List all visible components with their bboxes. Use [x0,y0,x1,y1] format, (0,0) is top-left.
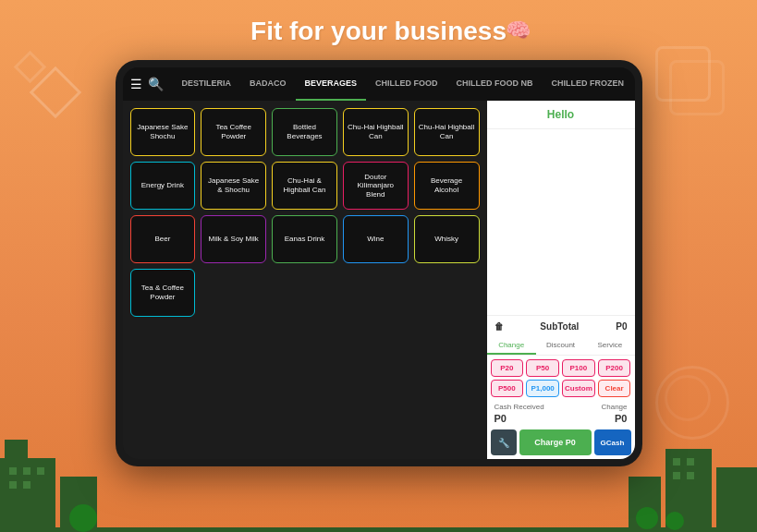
product-item[interactable]: Beverage Alcohol [414,162,480,210]
cash-received-label: Cash Received [494,403,544,411]
pos-cash-info: Cash Received Change [487,401,635,413]
main-content: Japanese Sake Shochu Tea Coffee Powder B… [123,101,635,459]
amount-custom[interactable]: Custom [562,380,595,397]
product-item[interactable]: Wine [343,215,409,263]
products-panel: Japanese Sake Shochu Tea Coffee Powder B… [123,101,487,459]
svg-point-17 [636,507,658,529]
tab-chilled-food[interactable]: CHILLED FOOD [366,67,447,101]
nav-tabs: DESTILERIA BADACO BEVERAGES CHILLED FOOD… [173,67,634,101]
product-item[interactable]: Whisky [414,215,480,263]
product-item[interactable]: Bottled Beverages [272,108,337,156]
product-item[interactable]: Chu-Hai Highball Can [414,108,480,156]
tab-badaco[interactable]: BADACO [240,67,296,101]
pos-quick-amounts: P20 P50 P100 P200 P500 P1,000 Custom Cle… [487,356,635,401]
tab-chilled-frozen[interactable]: CHILLED FROZEN [543,67,634,101]
product-item[interactable]: Eanas Drink [272,215,337,263]
amount-clear[interactable]: Clear [598,380,631,397]
pos-order-area [487,129,635,315]
tab-beverages[interactable]: BEVERAGES [296,67,367,101]
amount-p100[interactable]: P100 [562,359,595,377]
tab-service[interactable]: Service [585,337,634,355]
amount-p200[interactable]: P200 [598,359,631,377]
charge-button[interactable]: Charge P0 [519,429,592,455]
change-value: P0 [615,413,627,424]
pos-subtotal: 🗑 SubTotal P0 [487,315,635,337]
tab-destileria[interactable]: DESTILERIA [173,67,241,101]
svg-rect-13 [673,472,680,479]
header-title: Fit for your business [250,17,507,45]
product-item[interactable]: Japanese Sake & Shochu [201,162,266,210]
page-header: Fit for your business [0,17,757,46]
pos-actions: 🔧 Charge P0 GCash [487,426,635,459]
cash-received-value: P0 [494,413,507,424]
trash-icon[interactable]: 🗑 [494,321,504,332]
amount-p1000[interactable]: P1,000 [526,380,559,397]
svg-point-16 [69,504,97,532]
svg-rect-11 [673,458,680,466]
svg-point-18 [665,512,684,530]
amount-p500[interactable]: P500 [491,380,524,397]
product-item[interactable]: Tea & Coffee Powder [130,269,196,317]
pos-cash-values: P0 P0 [487,413,635,426]
svg-rect-9 [716,467,757,532]
product-item[interactable]: Chu-Hai & Highball Can [272,162,337,210]
change-label: Change [601,403,627,411]
svg-rect-4 [23,467,31,475]
gcash-button[interactable]: GCash [594,429,631,455]
product-item[interactable]: Chu-Hai Highball Can [343,108,409,156]
product-item[interactable]: Milk & Soy Milk [201,215,266,263]
product-item[interactable]: Tea Coffee Powder [201,108,266,156]
tab-chilled-food-nb[interactable]: CHILLED FOOD NB [447,67,543,101]
product-item[interactable]: Energy Drink [130,162,196,210]
product-item[interactable]: Beer [130,215,196,263]
svg-rect-3 [9,467,17,475]
amount-p50[interactable]: P50 [526,359,559,377]
pos-tabs: Change Discount Service [487,337,635,356]
svg-rect-6 [9,481,17,489]
svg-rect-2 [5,440,28,458]
svg-rect-7 [23,481,31,489]
search-icon[interactable]: 🔍 [148,77,164,91]
tablet-screen: ☰ 🔍 DESTILERIA BADACO BEVERAGES CHILLED … [123,67,635,459]
pos-panel: Hello 🗑 SubTotal P0 Change Discount Serv… [487,101,635,459]
svg-rect-12 [687,458,694,466]
product-item[interactable]: Japanese Sake Shochu [130,108,196,156]
svg-rect-5 [37,467,44,475]
product-item[interactable]: Doutor Kilimanjaro Blend [343,162,409,210]
tablet-frame: ☰ 🔍 DESTILERIA BADACO BEVERAGES CHILLED … [116,60,642,466]
tab-discount[interactable]: Discount [536,337,585,355]
nav-bar: ☰ 🔍 DESTILERIA BADACO BEVERAGES CHILLED … [123,67,635,101]
pos-greeting: Hello [487,101,635,129]
products-grid: Japanese Sake Shochu Tea Coffee Powder B… [130,108,480,317]
subtotal-value: P0 [616,321,627,332]
svg-rect-14 [687,472,694,479]
amount-p20[interactable]: P20 [491,359,524,377]
menu-icon[interactable]: ☰ [130,77,142,91]
tab-change[interactable]: Change [487,337,536,355]
misc-button[interactable]: 🔧 [491,429,517,455]
subtotal-label: SubTotal [540,321,579,332]
